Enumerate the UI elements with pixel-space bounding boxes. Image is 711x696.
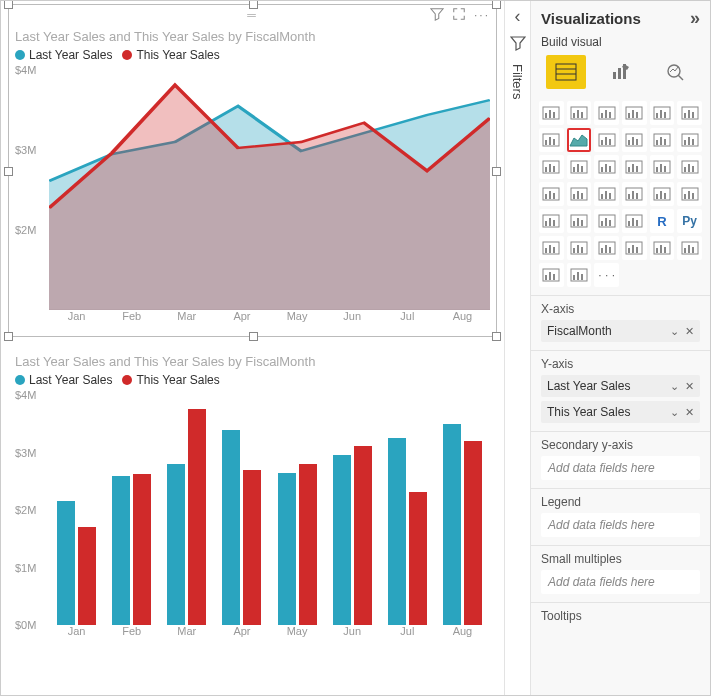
report-canvas[interactable]: ═ ··· Last Year Sales and This Year Sale… (1, 1, 504, 695)
slicer-icon[interactable] (567, 209, 592, 233)
yaxis-field-well-1[interactable]: Last Year Sales ⌄✕ (541, 375, 700, 397)
key-influencers-icon[interactable] (539, 236, 564, 260)
line-stacked-column-icon[interactable] (622, 128, 647, 152)
format-visual-tab[interactable] (600, 55, 640, 89)
bar-group[interactable] (104, 395, 159, 625)
area-chart-visual[interactable]: ═ ··· Last Year Sales and This Year Sale… (9, 5, 496, 336)
legend-field-well[interactable]: Add data fields here (541, 513, 700, 537)
bar[interactable] (333, 455, 351, 625)
bar-group[interactable] (270, 395, 325, 625)
r-visual-icon[interactable]: R (650, 209, 675, 233)
bar[interactable] (78, 527, 96, 625)
bar[interactable] (243, 470, 261, 625)
funnel-icon[interactable] (567, 155, 592, 179)
resize-handle[interactable] (492, 0, 501, 9)
filled-map-icon[interactable] (567, 182, 592, 206)
yaxis-field-well-2[interactable]: This Year Sales ⌄✕ (541, 401, 700, 423)
bar[interactable] (167, 464, 185, 625)
more-options-icon[interactable]: ··· (474, 8, 490, 22)
resize-handle[interactable] (249, 0, 258, 9)
resize-handle[interactable] (492, 167, 501, 176)
bar-group[interactable] (325, 395, 380, 625)
clustered-bar-icon[interactable] (567, 101, 592, 125)
get-more-visuals-icon[interactable] (567, 263, 592, 287)
narrative-icon[interactable] (622, 236, 647, 260)
donut-icon[interactable] (650, 155, 675, 179)
filters-pane-collapsed[interactable]: ‹ Filters (504, 1, 530, 695)
bar-group[interactable] (159, 395, 214, 625)
bar[interactable] (222, 430, 240, 626)
bar-group[interactable] (380, 395, 435, 625)
analytics-tab[interactable] (655, 55, 695, 89)
power-automate-icon[interactable] (539, 263, 564, 287)
bar[interactable] (443, 424, 461, 625)
small-multiples-well[interactable]: Add data fields here (541, 570, 700, 594)
drag-handle-icon[interactable]: ═ (247, 8, 258, 22)
filters-icon[interactable] (510, 35, 526, 54)
stacked-column-icon[interactable] (650, 101, 675, 125)
bar-chart-visual[interactable]: Last Year Sales and This Year Sales by F… (9, 350, 496, 651)
py-visual-icon[interactable]: Py (677, 209, 702, 233)
filter-icon[interactable] (430, 7, 444, 24)
bar-group[interactable] (214, 395, 269, 625)
expand-pane-icon[interactable]: ‹ (515, 7, 521, 25)
table-icon[interactable] (594, 209, 619, 233)
bar-group[interactable] (49, 395, 104, 625)
focus-mode-icon[interactable] (452, 7, 466, 24)
xaxis-field-well[interactable]: FiscalMonth ⌄✕ (541, 320, 700, 342)
secondary-yaxis-well[interactable]: Add data fields here (541, 456, 700, 480)
collapse-pane-icon[interactable]: » (690, 9, 700, 27)
bar[interactable] (464, 441, 482, 625)
paginated-icon[interactable] (650, 236, 675, 260)
decomposition-tree-icon[interactable] (567, 236, 592, 260)
svg-rect-38 (601, 140, 603, 145)
waterfall-icon[interactable] (539, 155, 564, 179)
bar[interactable] (57, 501, 75, 625)
more-visuals-icon[interactable]: · · · (594, 263, 619, 287)
build-visual-tab[interactable] (546, 55, 586, 89)
pie-icon[interactable] (622, 155, 647, 179)
remove-field-icon[interactable]: ✕ (685, 325, 694, 338)
line-clustered-column-icon[interactable] (650, 128, 675, 152)
bar-group[interactable] (435, 395, 490, 625)
qa-icon[interactable] (594, 236, 619, 260)
ribbon-icon[interactable] (677, 128, 702, 152)
bar[interactable] (354, 446, 372, 625)
100-stacked-column-icon[interactable] (677, 101, 702, 125)
kpi-icon[interactable] (539, 209, 564, 233)
resize-handle[interactable] (4, 167, 13, 176)
line-icon[interactable] (539, 128, 564, 152)
bar[interactable] (188, 409, 206, 625)
bar[interactable] (388, 438, 406, 625)
stacked-bar-icon[interactable] (539, 101, 564, 125)
plot-area[interactable] (49, 70, 490, 310)
field-menu-icon[interactable]: ⌄ (670, 380, 679, 393)
100-stacked-bar-icon[interactable] (594, 101, 619, 125)
power-apps-icon[interactable] (677, 236, 702, 260)
plot-area[interactable] (49, 395, 490, 625)
remove-field-icon[interactable]: ✕ (685, 406, 694, 419)
field-menu-icon[interactable]: ⌄ (670, 406, 679, 419)
resize-handle[interactable] (4, 332, 13, 341)
gauge-icon[interactable] (622, 182, 647, 206)
matrix-icon[interactable] (622, 209, 647, 233)
field-menu-icon[interactable]: ⌄ (670, 325, 679, 338)
card-icon[interactable] (650, 182, 675, 206)
bar[interactable] (278, 473, 296, 625)
multi-row-card-icon[interactable] (677, 182, 702, 206)
bar[interactable] (409, 492, 427, 625)
area-icon[interactable] (567, 128, 592, 152)
bar[interactable] (299, 464, 317, 625)
resize-handle[interactable] (249, 332, 258, 341)
azure-map-icon[interactable] (594, 182, 619, 206)
clustered-column-icon[interactable] (622, 101, 647, 125)
resize-handle[interactable] (492, 332, 501, 341)
stacked-area-icon[interactable] (594, 128, 619, 152)
map-icon[interactable] (539, 182, 564, 206)
bar[interactable] (112, 476, 130, 626)
treemap-icon[interactable] (677, 155, 702, 179)
bar[interactable] (133, 474, 151, 625)
resize-handle[interactable] (4, 0, 13, 9)
remove-field-icon[interactable]: ✕ (685, 380, 694, 393)
scatter-icon[interactable] (594, 155, 619, 179)
